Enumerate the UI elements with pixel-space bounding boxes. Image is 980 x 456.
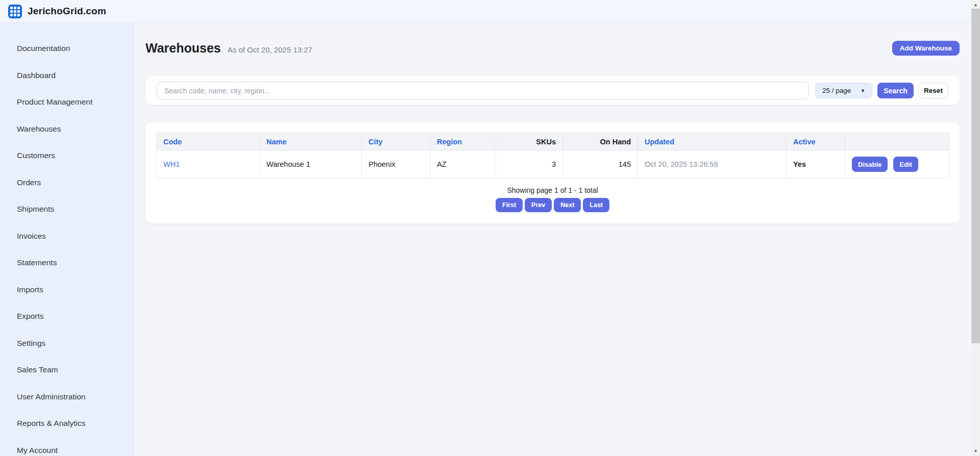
sidebar-item-customers[interactable]: Customers [0, 142, 133, 169]
sidebar-item-exports[interactable]: Exports [0, 303, 133, 330]
as-of-timestamp: As of Oct 20, 2025 13:27 [228, 45, 312, 54]
sidebar-item-product-management[interactable]: Product Management [0, 89, 133, 116]
sidebar-item-user-administration[interactable]: User Administration [0, 384, 133, 411]
cell-active: Yes [787, 150, 845, 179]
column-header-skus: SKUs [496, 133, 563, 150]
column-header-city[interactable]: City [362, 133, 430, 150]
title-group: Warehouses As of Oct 20, 2025 13:27 [145, 41, 312, 56]
next-page-button[interactable]: Next [554, 198, 581, 212]
search-input[interactable] [157, 82, 809, 99]
sidebar-item-my-account[interactable]: My Account [0, 437, 133, 456]
title-row: Warehouses As of Oct 20, 2025 13:27 Add … [145, 38, 960, 58]
grid-logo-icon [8, 5, 22, 18]
add-warehouse-button[interactable]: Add Warehouse [892, 41, 960, 56]
prev-page-button[interactable]: Prev [525, 198, 552, 212]
column-header-region[interactable]: Region [430, 133, 496, 150]
sidebar-item-imports[interactable]: Imports [0, 276, 133, 303]
column-header-name[interactable]: Name [260, 133, 362, 150]
sidebar-item-dashboard[interactable]: Dashboard [0, 62, 133, 89]
sidebar-item-orders[interactable]: Orders [0, 169, 133, 196]
sidebar-item-shipments[interactable]: Shipments [0, 196, 133, 223]
first-page-button[interactable]: First [496, 198, 523, 212]
brand-title: JerichoGrid.com [28, 6, 106, 17]
table-card: Code Name City Region SKUs On Hand Updat… [145, 122, 960, 223]
cell-skus: 3 [496, 150, 563, 179]
sidebar-item-settings[interactable]: Settings [0, 330, 133, 357]
page-size-value: 25 / page [822, 87, 851, 94]
sidebar-item-statements[interactable]: Statements [0, 249, 133, 276]
scrollbar-thumb[interactable] [971, 9, 980, 343]
vertical-scrollbar[interactable]: ▲ ▼ [971, 0, 980, 456]
table-header-row: Code Name City Region SKUs On Hand Updat… [157, 133, 949, 150]
reset-button[interactable]: Reset [918, 83, 948, 98]
main-content: Warehouses As of Oct 20, 2025 13:27 Add … [134, 23, 971, 456]
scroll-down-icon[interactable]: ▼ [971, 447, 980, 455]
sidebar-item-sales-team[interactable]: Sales Team [0, 357, 133, 384]
cell-actions: Disable Edit [845, 150, 949, 179]
sidebar-item-invoices[interactable]: Invoices [0, 223, 133, 250]
page-size-select[interactable]: 25 / page ▼ [815, 83, 872, 98]
sidebar-item-documentation[interactable]: Documentation [0, 35, 133, 62]
cell-name: Warehouse 1 [260, 150, 362, 179]
page-title: Warehouses [145, 41, 221, 56]
table-row: WH1 Warehouse 1 Phoenix AZ 3 145 Oct 20,… [157, 150, 949, 179]
disable-button[interactable]: Disable [852, 157, 888, 172]
caret-down-icon: ▼ [861, 88, 865, 93]
topbar: JerichoGrid.com [0, 0, 980, 23]
sidebar-item-reports-analytics[interactable]: Reports & Analytics [0, 410, 133, 437]
filter-card: 25 / page ▼ Search Reset [145, 76, 960, 105]
cell-on-hand: 145 [563, 150, 638, 179]
column-header-updated[interactable]: Updated [638, 133, 787, 150]
cell-code: WH1 [157, 150, 260, 179]
last-page-button[interactable]: Last [583, 198, 609, 212]
cell-region: AZ [430, 150, 496, 179]
scroll-up-icon[interactable]: ▲ [971, 1, 980, 9]
warehouses-table: Code Name City Region SKUs On Hand Updat… [156, 133, 949, 179]
cell-updated: Oct 20, 2025 13:26:59 [638, 150, 787, 179]
cell-city: Phoenix [362, 150, 430, 179]
edit-button[interactable]: Edit [893, 157, 918, 172]
pagination-summary: Showing page 1 of 1 - 1 total [156, 186, 949, 194]
column-header-code[interactable]: Code [157, 133, 260, 150]
search-button[interactable]: Search [877, 83, 914, 98]
pagination-controls: First Prev Next Last [156, 198, 949, 212]
sidebar-item-warehouses[interactable]: Warehouses [0, 116, 133, 143]
sidebar: Documentation Dashboard Product Manageme… [0, 23, 134, 456]
column-header-active[interactable]: Active [787, 133, 845, 150]
column-header-actions [845, 133, 949, 150]
column-header-on-hand: On Hand [563, 133, 638, 150]
warehouse-code-link[interactable]: WH1 [163, 160, 180, 168]
